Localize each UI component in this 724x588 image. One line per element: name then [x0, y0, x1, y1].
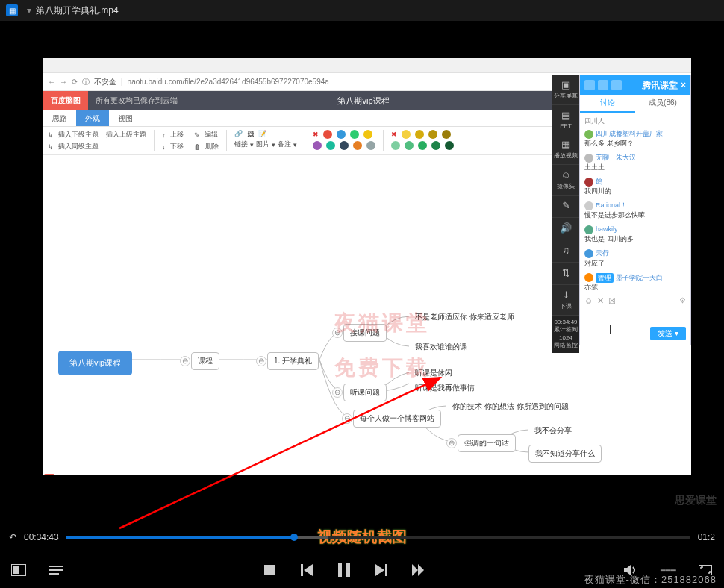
seek-bar: ↶ 00:34:43 01:2 [0, 530, 724, 545]
playlist-icon[interactable] [48, 562, 64, 578]
forward-icon[interactable]: → [60, 78, 67, 86]
strip-timer: 00:34:49 累计签到 1024 网络监控 [552, 316, 579, 353]
strip-pen[interactable]: ✎ [552, 196, 579, 218]
classroom-header-icons[interactable] [584, 80, 622, 90]
captured-screen: ← → ⟳ ⓘ 不安全 | naotu.baidu.com/file/2e2a3… [43, 58, 691, 475]
reload-icon[interactable]: ⟳ [72, 78, 78, 86]
back-icon[interactable]: ← [48, 78, 55, 86]
classroom-tool-strip: ▣分享屏幕 ▤PPT ▦播放视频 ☺摄像头 ✎ 🔊 ♫ ⇅ ⤓下课 00:34:… [552, 75, 579, 353]
classroom-header: 腾讯课堂 × [580, 75, 690, 95]
chat-input-area[interactable]: ☺ ✕ ☒ ⚙ 发送 ▾ [580, 293, 690, 345]
image-icon[interactable]: ☒ [608, 296, 616, 306]
moveup-button[interactable]: 上移 [170, 130, 184, 140]
tab-silu[interactable]: 思路 [43, 110, 76, 126]
node-tingke[interactable]: 听课问题 [343, 384, 387, 401]
footer-watermark: 夜猫课堂-微信：251882068 [584, 573, 717, 587]
info-icon[interactable]: ⓘ [82, 77, 90, 87]
svg-rect-2 [13, 566, 19, 574]
svg-rect-8 [338, 563, 342, 577]
insert-child-button[interactable]: 插入下级主题 [58, 130, 99, 140]
url-text[interactable]: naotu.baidu.com/file/2e2a3d42641d96455b6… [128, 78, 329, 86]
classroom-panel: 腾讯课堂 × 讨论 成员(86) 四川人 四川成都塑料开盖厂家那么多 老乡啊？ … [579, 75, 691, 345]
watermark-2: 免费下载 [334, 354, 430, 382]
browser-tab-strip [43, 58, 691, 73]
strip-music[interactable]: ♫ [552, 240, 579, 263]
next-button[interactable] [373, 562, 390, 578]
svg-rect-7 [301, 564, 303, 576]
gear-icon[interactable]: ⚙ [679, 296, 686, 304]
movedown-button[interactable]: 下移 [170, 142, 184, 151]
chat-log: 四川人 四川成都塑料开盖厂家那么多 老乡啊？ 无聊一朱大汉土土土 鸽我四川的 R… [580, 113, 690, 293]
insecure-label: 不安全 [94, 77, 116, 87]
svg-rect-9 [346, 563, 350, 577]
edit-button[interactable]: 编辑 [205, 130, 218, 140]
insert-sibling-button[interactable]: 插入同级主题 [58, 142, 99, 151]
note-button[interactable]: 备注 [278, 140, 291, 149]
seek-track[interactable] [66, 536, 690, 539]
node-everyone[interactable]: 每个人做一个博客网站 [353, 410, 441, 428]
time-back-icon[interactable]: ↶ [9, 532, 16, 542]
svg-rect-6 [264, 565, 275, 575]
window-mode-icon[interactable] [10, 562, 27, 578]
tab-members[interactable]: 成员(86) [635, 95, 690, 113]
send-button[interactable]: 发送 ▾ [650, 327, 686, 340]
scissors-icon[interactable]: ✕ [597, 296, 604, 306]
node-root[interactable]: 第八期vip课程 [58, 351, 132, 375]
app-icon: ▦ [6, 4, 18, 16]
strip-audio[interactable]: 🔊 [552, 218, 579, 240]
classroom-brand: 腾讯课堂 [642, 79, 678, 92]
watermark-1: 夜猫课堂 [334, 309, 430, 337]
strip-transfer[interactable]: ⇅ [552, 263, 579, 285]
insert-parent-button[interactable]: 插入上级主题 [106, 130, 146, 140]
classroom-close-icon[interactable]: × [681, 80, 686, 90]
tab-waiguan[interactable]: 外观 [76, 110, 109, 126]
corner-watermark: 思爱课堂 [675, 494, 717, 507]
delete-button[interactable]: 删除 [205, 142, 219, 151]
tab-shitu[interactable]: 视图 [109, 110, 142, 126]
brand-label[interactable]: 百度脑图 [43, 91, 88, 110]
pause-button[interactable] [336, 562, 352, 578]
window-title: 第八期开学典礼.mp4 [36, 4, 119, 17]
node-noknow[interactable]: 我不知道分享什么 [528, 445, 602, 463]
node-course[interactable]: 课程 [191, 352, 219, 370]
document-title: 第八期vip课程 [185, 96, 542, 107]
current-time: 00:34:43 [24, 532, 59, 542]
prev-button[interactable] [299, 562, 315, 578]
node-kaixue[interactable]: 1. 开学典礼 [267, 352, 319, 370]
svg-rect-10 [385, 564, 387, 576]
strip-camera[interactable]: ☺摄像头 [552, 165, 579, 196]
tab-discuss[interactable]: 讨论 [580, 95, 635, 113]
video-viewport: ← → ⟳ ⓘ 不安全 | naotu.baidu.com/file/2e2a3… [0, 21, 724, 530]
image-button[interactable]: 图片 [256, 140, 269, 149]
node-skill[interactable]: 你的技术 你的想法 你所遇到的问题 [446, 398, 575, 415]
link-button[interactable]: 链接 [234, 140, 248, 149]
window-titlebar: ▦ ▾ 第八期开学典礼.mp4 [0, 0, 724, 21]
node-other[interactable]: 听课是我再做事情 [409, 380, 481, 396]
strip-endclass[interactable]: ⤓下课 [552, 285, 579, 316]
node-stress[interactable]: 强调的一句话 [458, 434, 516, 452]
strip-ppt[interactable]: ▤PPT [552, 105, 579, 134]
duration-time: 01:2 [698, 532, 715, 542]
zoom-sidebar[interactable] [43, 473, 55, 475]
text-caret [610, 325, 611, 334]
skip-button[interactable] [411, 562, 427, 578]
strip-share-screen[interactable]: ▣分享屏幕 [552, 75, 579, 105]
stop-button[interactable] [261, 562, 278, 578]
node-noshare[interactable]: 我不会分享 [528, 422, 578, 439]
emoji-icon[interactable]: ☺ [584, 296, 593, 306]
strip-play-video[interactable]: ▦播放视频 [552, 134, 579, 165]
autosave-label: 所有更改均已保存到云端 [88, 96, 185, 106]
node-like[interactable]: 我喜欢谁谁的课 [409, 339, 473, 355]
dropdown-icon[interactable]: ▾ [27, 5, 31, 16]
